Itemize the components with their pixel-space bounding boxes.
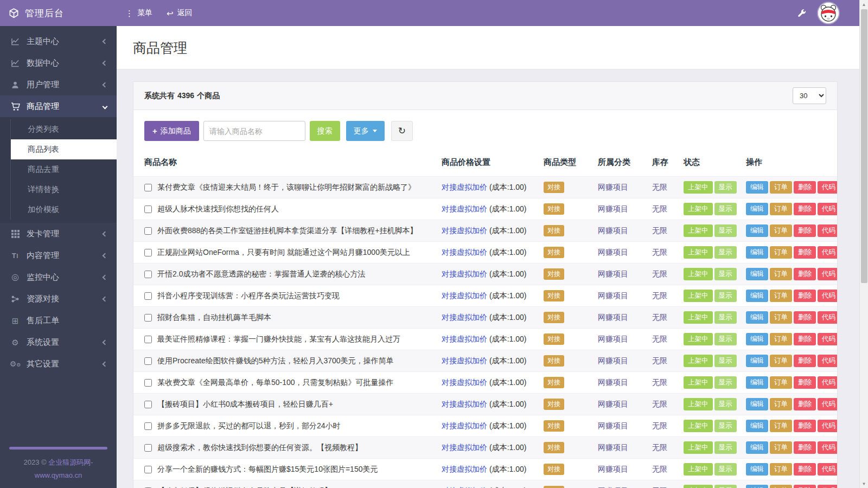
status-show-button[interactable]: 显示 <box>714 268 737 280</box>
price-setting-link[interactable]: 对接虚拟加价 <box>442 226 487 235</box>
edit-button[interactable]: 编辑 <box>746 290 768 302</box>
add-product-button[interactable]: + 添加商品 <box>144 121 199 141</box>
footer-site-link[interactable]: 企业猫源码网- <box>48 458 93 466</box>
code-button[interactable]: 代码 <box>818 311 837 324</box>
row-checkbox[interactable] <box>144 249 152 256</box>
price-setting-link[interactable]: 对接虚拟加价 <box>442 183 487 191</box>
category-link[interactable]: 网赚项目 <box>598 269 628 278</box>
order-button[interactable]: 订单 <box>770 420 792 432</box>
row-checkbox[interactable] <box>144 336 152 343</box>
order-button[interactable]: 订单 <box>770 311 792 324</box>
price-setting-link[interactable]: 对接虚拟加价 <box>442 400 487 408</box>
sidebar-subitem-商品去重[interactable]: 商品去重 <box>11 159 117 179</box>
status-show-button[interactable]: 显示 <box>714 355 737 367</box>
status-on-button[interactable]: 上架中 <box>684 398 713 410</box>
price-setting-link[interactable]: 对接虚拟加价 <box>442 421 487 430</box>
sidebar-subitem-详情替换[interactable]: 详情替换 <box>11 179 117 200</box>
code-button[interactable]: 代码 <box>818 355 837 367</box>
row-checkbox[interactable] <box>144 206 152 213</box>
category-link[interactable]: 网赚项目 <box>598 226 628 235</box>
vertical-scrollbar[interactable]: ▲ ▼ <box>859 0 868 488</box>
row-checkbox[interactable] <box>144 466 152 473</box>
code-button[interactable]: 代码 <box>818 376 837 389</box>
category-link[interactable]: 网赚项目 <box>598 356 628 365</box>
search-input[interactable] <box>203 121 305 141</box>
edit-button[interactable]: 编辑 <box>746 355 768 367</box>
delete-button[interactable]: 删除 <box>794 463 816 476</box>
price-setting-link[interactable]: 对接虚拟加价 <box>442 378 487 387</box>
delete-button[interactable]: 删除 <box>794 376 816 389</box>
row-checkbox[interactable] <box>144 422 152 430</box>
code-button[interactable]: 代码 <box>818 485 837 488</box>
order-button[interactable]: 订单 <box>770 333 792 345</box>
category-link[interactable]: 网赚项目 <box>598 400 628 408</box>
edit-button[interactable]: 编辑 <box>746 398 768 410</box>
scroll-down-arrow[interactable]: ▼ <box>860 479 868 488</box>
code-button[interactable]: 代码 <box>818 441 837 454</box>
edit-button[interactable]: 编辑 <box>746 203 768 215</box>
status-show-button[interactable]: 显示 <box>714 311 737 324</box>
sidebar-item-发卡管理[interactable]: 发卡管理 <box>0 223 117 245</box>
code-button[interactable]: 代码 <box>818 181 837 194</box>
status-show-button[interactable]: 显示 <box>714 203 737 215</box>
order-button[interactable]: 订单 <box>770 376 792 389</box>
category-link[interactable]: 网赚项目 <box>598 204 628 213</box>
status-show-button[interactable]: 显示 <box>714 420 737 432</box>
wrench-icon[interactable] <box>797 9 806 18</box>
code-button[interactable]: 代码 <box>818 398 837 410</box>
status-show-button[interactable]: 显示 <box>714 441 737 454</box>
delete-button[interactable]: 删除 <box>794 485 816 488</box>
status-show-button[interactable]: 显示 <box>714 333 737 345</box>
order-button[interactable]: 订单 <box>770 355 792 367</box>
sidebar-item-其它设置[interactable]: ⚙⚙其它设置 <box>0 353 117 375</box>
refresh-button[interactable]: ↻ <box>391 121 413 141</box>
status-show-button[interactable]: 显示 <box>714 224 737 237</box>
order-button[interactable]: 订单 <box>770 485 792 488</box>
order-button[interactable]: 订单 <box>770 463 792 476</box>
row-checkbox[interactable] <box>144 227 152 235</box>
edit-button[interactable]: 编辑 <box>746 246 768 259</box>
footer-url-link[interactable]: www.qymao.cn <box>35 471 82 479</box>
status-show-button[interactable]: 显示 <box>714 376 737 389</box>
delete-button[interactable]: 删除 <box>794 420 816 432</box>
category-link[interactable]: 网赚项目 <box>598 335 628 343</box>
row-checkbox[interactable] <box>144 401 152 408</box>
order-button[interactable]: 订单 <box>770 268 792 280</box>
status-on-button[interactable]: 上架中 <box>684 290 713 302</box>
delete-button[interactable]: 删除 <box>794 224 816 237</box>
status-on-button[interactable]: 上架中 <box>684 420 713 432</box>
row-checkbox[interactable] <box>144 314 152 322</box>
code-button[interactable]: 代码 <box>818 333 837 345</box>
row-checkbox[interactable] <box>144 271 152 278</box>
order-button[interactable]: 订单 <box>770 203 792 215</box>
price-setting-link[interactable]: 对接虚拟加价 <box>442 313 487 322</box>
order-button[interactable]: 订单 <box>770 290 792 302</box>
sidebar-subitem-商品列表[interactable]: 商品列表 <box>11 139 117 159</box>
row-checkbox[interactable] <box>144 444 152 452</box>
price-setting-link[interactable]: 对接虚拟加价 <box>442 465 487 473</box>
edit-button[interactable]: 编辑 <box>746 268 768 280</box>
code-button[interactable]: 代码 <box>818 246 837 259</box>
search-button[interactable]: 搜索 <box>310 121 340 141</box>
order-button[interactable]: 订单 <box>770 398 792 410</box>
sidebar-item-系统设置[interactable]: ⚙系统设置 <box>0 331 117 353</box>
status-show-button[interactable]: 显示 <box>714 463 737 476</box>
delete-button[interactable]: 删除 <box>794 181 816 194</box>
edit-button[interactable]: 编辑 <box>746 376 768 389</box>
delete-button[interactable]: 删除 <box>794 203 816 215</box>
delete-button[interactable]: 删除 <box>794 333 816 345</box>
delete-button[interactable]: 删除 <box>794 290 816 302</box>
price-setting-link[interactable]: 对接虚拟加价 <box>442 335 487 343</box>
scrollbar-thumb[interactable] <box>861 9 867 283</box>
price-setting-link[interactable]: 对接虚拟加价 <box>442 443 487 452</box>
edit-button[interactable]: 编辑 <box>746 311 768 324</box>
sidebar-item-主题中心[interactable]: 主题中心 <box>0 30 117 52</box>
edit-button[interactable]: 编辑 <box>746 420 768 432</box>
status-on-button[interactable]: 上架中 <box>684 441 713 454</box>
delete-button[interactable]: 删除 <box>794 311 816 324</box>
user-avatar[interactable] <box>818 3 839 23</box>
category-link[interactable]: 网赚项目 <box>598 465 628 473</box>
sidebar-item-商品管理[interactable]: 商品管理 <box>0 95 117 117</box>
edit-button[interactable]: 编辑 <box>746 485 768 488</box>
row-checkbox[interactable] <box>144 357 152 365</box>
